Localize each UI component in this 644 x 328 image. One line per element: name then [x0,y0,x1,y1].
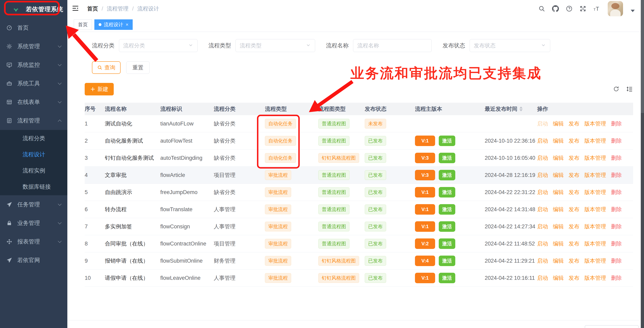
sidebar-item-ruoyi-website[interactable]: 若依官网 [0,251,67,269]
sidebar-item-database-link[interactable]: 数据库链接 [0,179,67,195]
action-version-manage[interactable]: 版本管理 [584,154,606,162]
action-delete[interactable]: 删除 [611,257,622,264]
sidebar-item-task-management[interactable]: 任务管理 [0,195,67,214]
sidebar-item-system-monitor[interactable]: 系统监控 [0,56,67,74]
font-size-icon[interactable]: TT [593,5,600,13]
sidebar-item-process-category[interactable]: 流程分类 [0,130,67,146]
action-version-manage[interactable]: 版本管理 [584,120,606,127]
action-start[interactable]: 启动 [537,223,548,230]
action-start[interactable]: 启动 [537,274,548,282]
action-start[interactable]: 启动 [537,171,548,179]
action-publish[interactable]: 发布 [568,120,580,127]
action-delete[interactable]: 删除 [611,240,622,247]
action-publish[interactable]: 发布 [568,257,580,264]
action-start[interactable]: 启动 [537,206,548,213]
action-edit[interactable]: 编辑 [553,223,564,230]
action-edit[interactable]: 编辑 [553,154,564,162]
action-delete[interactable]: 删除 [611,189,622,196]
cell-category: 缺省分类 [214,120,265,127]
action-start[interactable]: 启动 [537,257,548,264]
search-button[interactable]: 查询 [92,61,120,74]
action-delete[interactable]: 删除 [611,223,622,230]
sidebar-item-process-instance[interactable]: 流程实例 [0,163,67,179]
avatar[interactable] [608,1,623,16]
action-edit[interactable]: 编辑 [553,257,564,264]
cell-actions: 启动编辑发布版本管理删除 [537,189,633,196]
sidebar-item-report-management[interactable]: 报表管理 [0,232,67,251]
status-tag: 已发布 [365,136,386,146]
breadcrumb-item: 流程设计 [137,5,159,12]
action-version-manage[interactable]: 版本管理 [584,137,606,144]
sidebar-item-online-forms[interactable]: 在线表单 [0,93,67,111]
action-version-manage[interactable]: 版本管理 [584,189,606,196]
create-button[interactable]: 新建 [85,83,114,95]
user-menu-caret-icon[interactable] [631,10,635,12]
sidebar-item-home[interactable]: 首页 [0,19,67,37]
action-version-manage[interactable]: 版本管理 [584,171,606,179]
search-icon[interactable] [538,5,546,13]
sidebar-collapse-icon[interactable] [72,5,80,13]
action-version-manage[interactable]: 版本管理 [584,223,606,230]
page-scrollbar[interactable] [641,0,644,328]
diagram-type-tag: 钉钉风格流程图 [318,256,359,266]
refresh-icon[interactable] [613,86,620,93]
reset-button[interactable]: 重置 [126,61,150,74]
process-name-input[interactable] [357,43,428,49]
sidebar-item-system-management[interactable]: 系统管理 [0,37,67,56]
sidebar-item-process-design[interactable]: 流程设计 [0,146,67,163]
action-edit[interactable]: 编辑 [553,171,564,179]
table-header: 序号流程名称流程标识流程分类流程类型流程图类型发布状态流程主版本最近发布时间操作 [85,103,633,115]
action-publish[interactable]: 发布 [568,206,580,213]
sidebar-item-business-management[interactable]: 业务管理 [0,214,67,232]
action-delete[interactable]: 删除 [611,137,622,144]
action-delete[interactable]: 删除 [611,120,622,127]
action-delete[interactable]: 删除 [611,154,622,162]
line-height-icon[interactable] [626,86,633,93]
cell-actions: 启动编辑发布版本管理删除 [537,154,633,162]
cell-actions: 启动编辑发布版本管理删除 [537,240,633,247]
action-edit[interactable]: 编辑 [553,189,564,196]
github-icon[interactable] [552,5,559,13]
action-start[interactable]: 启动 [537,137,548,144]
action-edit[interactable]: 编辑 [553,120,564,127]
tab-process-design[interactable]: 流程设计× [94,19,133,30]
action-publish[interactable]: 发布 [568,189,580,196]
action-edit[interactable]: 编辑 [553,137,564,144]
action-publish[interactable]: 发布 [568,274,580,282]
action-version-manage[interactable]: 版本管理 [584,206,606,213]
action-delete[interactable]: 删除 [611,171,622,179]
process-category-select[interactable]: 流程分类 [119,39,198,52]
action-version-manage[interactable]: 版本管理 [584,257,606,264]
action-publish[interactable]: 发布 [568,137,580,144]
type-tag: 审批流程 [265,170,291,180]
column-header[interactable]: 最近发布时间 [485,105,537,113]
action-start[interactable]: 启动 [537,240,548,247]
pagination-size-select[interactable] [585,325,639,328]
publish-status-select[interactable]: 发布状态 [470,39,550,52]
fullscreen-icon[interactable] [579,5,587,13]
action-publish[interactable]: 发布 [568,223,580,230]
sidebar-item-process-management[interactable]: 流程管理 [0,111,67,130]
breadcrumb-item[interactable]: 首页 [87,5,98,12]
action-delete[interactable]: 删除 [611,274,622,282]
sort-caret-icon[interactable] [520,107,522,111]
action-version-manage[interactable]: 版本管理 [584,240,606,247]
action-edit[interactable]: 编辑 [553,206,564,213]
sidebar-item-system-tools[interactable]: 系统工具 [0,74,67,93]
action-start[interactable]: 启动 [537,120,548,127]
action-publish[interactable]: 发布 [568,171,580,179]
close-icon[interactable]: × [126,22,128,27]
action-publish[interactable]: 发布 [568,240,580,247]
diagram-type-tag: 普通流程图 [318,205,350,214]
action-start[interactable]: 启动 [537,189,548,196]
action-delete[interactable]: 删除 [611,206,622,213]
action-version-manage[interactable]: 版本管理 [584,274,606,282]
app-logo[interactable]: 若依管理系统 [0,0,67,19]
help-icon[interactable] [565,5,573,13]
tab-home[interactable]: 首页 [74,19,92,30]
action-publish[interactable]: 发布 [568,154,580,162]
action-edit[interactable]: 编辑 [553,240,564,247]
action-edit[interactable]: 编辑 [553,274,564,282]
process-type-select[interactable]: 流程类型 [236,39,315,52]
action-start[interactable]: 启动 [537,154,548,162]
